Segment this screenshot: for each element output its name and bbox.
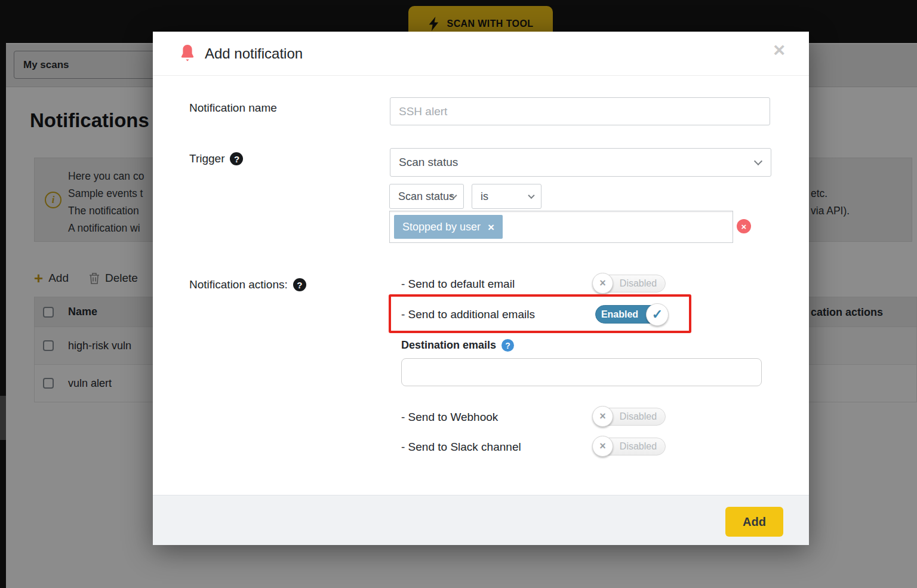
page: SCAN WITH TOOL My scans Notifications i …	[0, 0, 917, 588]
send-additional-emails-label: - Send to additional emails	[401, 308, 535, 321]
destination-emails-label-text: Destination emails	[401, 339, 496, 352]
condition-field-value: Scan status	[398, 190, 454, 203]
toggle-check-icon: ✓	[646, 303, 669, 326]
condition-chip-label: Stopped by user	[402, 221, 481, 233]
chevron-down-icon	[528, 192, 534, 199]
add-submit-button[interactable]: Add	[725, 507, 783, 537]
toggle-x-icon: ×	[592, 406, 613, 427]
send-slack-label: - Send to Slack channel	[401, 441, 521, 454]
trigger-select[interactable]: Scan status	[390, 148, 771, 177]
send-webhook-label: - Send to Webhook	[401, 411, 498, 424]
question-icon[interactable]: ?	[501, 339, 514, 352]
toggle-x-icon: ×	[592, 273, 613, 294]
send-additional-emails-toggle[interactable]: Enabled ✓	[595, 305, 667, 324]
notification-actions-label-text: Notification actions:	[189, 278, 288, 291]
toggle-state-label: Disabled	[614, 408, 663, 425]
chip-remove-icon[interactable]: ×	[488, 221, 494, 233]
add-notification-modal: Add notification × Notification name Tri…	[153, 32, 809, 545]
condition-values-input[interactable]: Stopped by user ×	[389, 211, 733, 243]
send-default-email-toggle[interactable]: × Disabled	[593, 275, 666, 293]
notification-actions-label: Notification actions: ?	[189, 278, 306, 291]
modal-title: Add notification	[205, 32, 303, 76]
bell-icon	[180, 44, 195, 62]
toggle-state-label: Disabled	[614, 275, 663, 292]
send-webhook-toggle[interactable]: × Disabled	[593, 408, 666, 426]
trigger-label: Trigger ?	[189, 152, 243, 165]
question-icon[interactable]: ?	[230, 152, 243, 165]
close-icon[interactable]: ×	[773, 39, 785, 60]
modal-header: Add notification ×	[153, 32, 809, 76]
toggle-x-icon: ×	[592, 436, 613, 457]
send-default-email-label: - Send to default email	[401, 278, 515, 291]
modal-footer: Add	[153, 495, 809, 545]
condition-field-select[interactable]: Scan status	[389, 184, 464, 209]
toggle-state-label: Enabled	[596, 306, 644, 323]
notification-name-input[interactable]	[390, 97, 770, 125]
chevron-down-icon	[754, 157, 762, 165]
condition-operator-value: is	[481, 190, 488, 203]
destination-emails-input[interactable]	[401, 358, 762, 386]
remove-condition-icon[interactable]: ×	[737, 219, 751, 233]
send-slack-toggle[interactable]: × Disabled	[593, 438, 666, 455]
trigger-label-text: Trigger	[189, 152, 224, 165]
question-icon[interactable]: ?	[293, 278, 306, 291]
condition-chip: Stopped by user ×	[394, 215, 503, 239]
destination-emails-label: Destination emails ?	[401, 339, 514, 352]
trigger-select-value: Scan status	[399, 156, 458, 169]
toggle-state-label: Disabled	[614, 438, 663, 455]
condition-operator-select[interactable]: is	[472, 184, 541, 209]
notification-name-label: Notification name	[189, 101, 277, 115]
